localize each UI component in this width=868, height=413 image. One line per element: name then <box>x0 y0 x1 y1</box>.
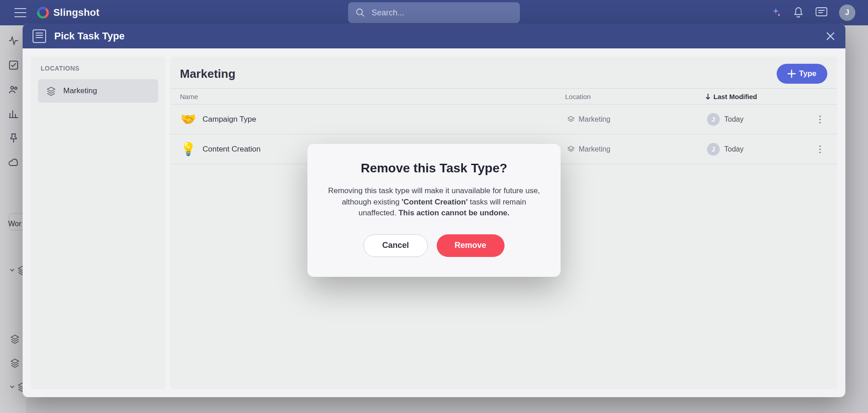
confirm-title: Remove this Task Type? <box>327 161 541 176</box>
remove-button[interactable]: Remove <box>437 234 505 257</box>
confirm-dialog: Remove this Task Type? Removing this tas… <box>307 144 561 277</box>
confirm-text: Removing this task type will make it una… <box>327 185 541 219</box>
confirm-scrim: Remove this Task Type? Removing this tas… <box>0 0 868 413</box>
cancel-button[interactable]: Cancel <box>363 234 427 257</box>
confirm-text-name: 'Content Creation' <box>401 198 467 206</box>
confirm-text-bold: This action cannot be undone. <box>398 209 509 217</box>
confirm-actions: Cancel Remove <box>327 234 541 257</box>
